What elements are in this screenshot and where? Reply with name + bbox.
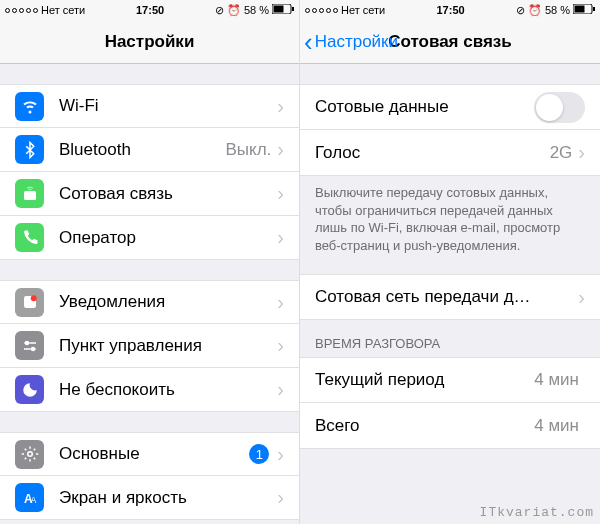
svg-rect-3: [24, 191, 36, 200]
row-dnd[interactable]: Не беспокоить ›: [0, 368, 299, 412]
row-current-period[interactable]: Текущий период 4 мин: [300, 357, 600, 403]
gear-icon: [15, 440, 44, 469]
nav-bar: ‹ Настройки Сотовая связь: [300, 20, 600, 64]
svg-point-5: [30, 295, 36, 301]
carrier-text: Нет сети: [341, 4, 385, 16]
cellular-icon: [15, 179, 44, 208]
carrier-text: Нет сети: [41, 4, 85, 16]
chevron-right-icon: ›: [277, 378, 284, 401]
row-general[interactable]: Основные 1 ›: [0, 432, 299, 476]
status-bar: Нет сети 17:50 ⊘ ⏰ 58 %: [300, 0, 600, 20]
page-title: Сотовая связь: [388, 32, 512, 52]
alarm-icon: ⏰: [528, 4, 542, 17]
notifications-icon: [15, 288, 44, 317]
bluetooth-label: Bluetooth: [59, 140, 225, 160]
row-bluetooth[interactable]: Bluetooth Выкл. ›: [0, 128, 299, 172]
display-icon: AA: [15, 483, 44, 512]
cellular-data-switch[interactable]: [534, 92, 585, 123]
control-center-label: Пункт управления: [59, 336, 277, 356]
row-wifi[interactable]: Wi-Fi ›: [0, 84, 299, 128]
svg-point-8: [27, 452, 32, 457]
phone-icon: [15, 223, 44, 252]
settings-list: Wi-Fi › Bluetooth Выкл. › Сотовая связь …: [0, 64, 299, 524]
svg-rect-12: [574, 6, 584, 13]
operator-label: Оператор: [59, 228, 277, 248]
svg-text:A: A: [30, 495, 36, 504]
cellular-label: Сотовая связь: [59, 184, 277, 204]
status-time: 17:50: [136, 4, 164, 16]
back-button[interactable]: ‹ Настройки: [304, 29, 398, 55]
page-title: Настройки: [105, 32, 195, 52]
chevron-left-icon: ‹: [304, 29, 313, 55]
status-bar: Нет сети 17:50 ⊘ ⏰ 58 %: [0, 0, 299, 20]
svg-rect-13: [593, 7, 595, 11]
battery-percent: 58 %: [244, 4, 269, 16]
row-cellular-network[interactable]: Сотовая сеть передачи д… ›: [300, 274, 600, 320]
status-time: 17:50: [437, 4, 465, 16]
alarm-icon: ⏰: [227, 4, 241, 17]
cellular-list: Сотовые данные Голос 2G › Выключите пере…: [300, 64, 600, 524]
chevron-right-icon: ›: [277, 182, 284, 205]
watermark: ITkvariat.com: [480, 505, 594, 520]
nav-bar: Настройки: [0, 20, 299, 64]
voice-value: 2G: [550, 143, 573, 163]
svg-point-7: [30, 346, 35, 351]
rotation-lock-icon: ⊘: [516, 4, 525, 17]
chevron-right-icon: ›: [277, 334, 284, 357]
svg-point-6: [24, 340, 29, 345]
row-control-center[interactable]: Пункт управления ›: [0, 324, 299, 368]
badge: 1: [249, 444, 269, 464]
display-label: Экран и яркость: [59, 488, 277, 508]
chevron-right-icon: ›: [578, 286, 585, 309]
total-value: 4 мин: [534, 416, 579, 436]
bluetooth-icon: [15, 135, 44, 164]
row-notifications[interactable]: Уведомления ›: [0, 280, 299, 324]
current-period-value: 4 мин: [534, 370, 579, 390]
battery-percent: 58 %: [545, 4, 570, 16]
wifi-label: Wi-Fi: [59, 96, 277, 116]
chevron-right-icon: ›: [277, 226, 284, 249]
control-center-icon: [15, 331, 44, 360]
voice-label: Голос: [315, 143, 550, 163]
chevron-right-icon: ›: [277, 138, 284, 161]
chevron-right-icon: ›: [578, 141, 585, 164]
current-period-label: Текущий период: [315, 370, 534, 390]
cellular-data-label: Сотовые данные: [315, 97, 534, 117]
settings-screen: Нет сети 17:50 ⊘ ⏰ 58 % Настройки Wi-Fi …: [0, 0, 300, 524]
cellular-screen: Нет сети 17:50 ⊘ ⏰ 58 % ‹ Настройки Сото…: [300, 0, 600, 524]
chevron-right-icon: ›: [277, 486, 284, 509]
footer-text: Выключите передачу сотовых данных, чтобы…: [300, 176, 600, 254]
svg-rect-1: [273, 6, 283, 13]
signal-dots-icon: [5, 8, 38, 13]
moon-icon: [15, 375, 44, 404]
back-label: Настройки: [315, 32, 398, 52]
dnd-label: Не беспокоить: [59, 380, 277, 400]
cellular-network-label: Сотовая сеть передачи д…: [315, 287, 578, 307]
row-operator[interactable]: Оператор ›: [0, 216, 299, 260]
row-display[interactable]: AA Экран и яркость ›: [0, 476, 299, 520]
row-cellular[interactable]: Сотовая связь ›: [0, 172, 299, 216]
chevron-right-icon: ›: [277, 95, 284, 118]
general-label: Основные: [59, 444, 249, 464]
chevron-right-icon: ›: [277, 291, 284, 314]
signal-dots-icon: [305, 8, 338, 13]
battery-icon: [573, 4, 595, 16]
battery-icon: [272, 4, 294, 16]
row-voice[interactable]: Голос 2G ›: [300, 130, 600, 176]
wifi-icon: [15, 92, 44, 121]
total-label: Всего: [315, 416, 534, 436]
svg-rect-2: [292, 7, 294, 11]
row-cellular-data[interactable]: Сотовые данные: [300, 84, 600, 130]
row-total[interactable]: Всего 4 мин: [300, 403, 600, 449]
chevron-right-icon: ›: [277, 443, 284, 466]
bluetooth-value: Выкл.: [225, 140, 271, 160]
rotation-lock-icon: ⊘: [215, 4, 224, 17]
notifications-label: Уведомления: [59, 292, 277, 312]
section-call-time: ВРЕМЯ РАЗГОВОРА: [300, 320, 600, 357]
